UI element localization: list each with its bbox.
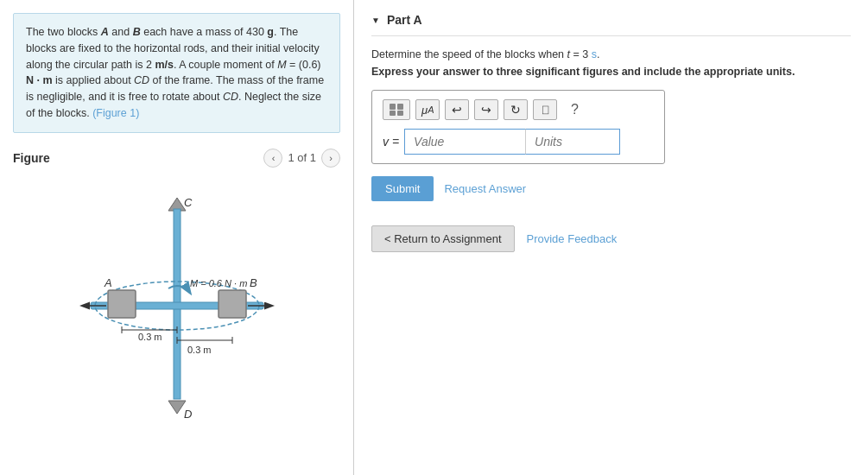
svg-rect-22 (390, 104, 396, 110)
svg-text:M = 0.6 N · m: M = 0.6 N · m (190, 278, 247, 288)
figure-title: Figure (13, 151, 50, 165)
keyboard-button[interactable]: ⎕ (533, 99, 557, 120)
problem-statement: The two blocks A and B each have a mass … (13, 13, 340, 133)
part-header: ▼ Part A (371, 13, 851, 36)
svg-text:B: B (250, 276, 257, 289)
svg-rect-25 (397, 111, 403, 116)
next-figure-button[interactable]: › (321, 149, 340, 168)
svg-text:A: A (104, 276, 112, 289)
part-label: Part A (387, 13, 422, 27)
mu-button[interactable]: μA (415, 99, 440, 120)
answer-box: μA ↩ ↪ ↻ ⎕ ? v = (371, 90, 665, 164)
figure-header: Figure ‹ 1 of 1 › (13, 149, 340, 168)
undo-button[interactable]: ↩ (445, 99, 469, 120)
left-panel: The two blocks A and B each have a mass … (0, 0, 354, 475)
question-text: Determine the speed of the blocks when t… (371, 48, 851, 60)
eq-label: v = (383, 135, 399, 149)
svg-rect-23 (397, 104, 403, 110)
units-input[interactable] (525, 129, 620, 155)
problem-text-content: The two blocks A and B each have a mass … (26, 26, 324, 119)
matrix-button[interactable] (383, 99, 410, 120)
input-row: v = (383, 129, 654, 155)
provide-feedback-link[interactable]: Provide Feedback (527, 232, 618, 245)
svg-text:C: C (184, 196, 193, 209)
svg-rect-9 (219, 290, 246, 318)
collapse-icon[interactable]: ▼ (371, 16, 380, 25)
right-panel: ▼ Part A Determine the speed of the bloc… (354, 0, 868, 475)
figure-link[interactable]: (Figure 1) (92, 107, 139, 119)
return-to-assignment-button[interactable]: < Return to Assignment (371, 225, 515, 252)
svg-text:0.3 m: 0.3 m (138, 332, 162, 342)
help-button[interactable]: ? (562, 99, 586, 120)
figure-area: C D A B 0.3 m 0. (13, 176, 340, 435)
t-variable: t (567, 48, 570, 60)
express-text: Express your answer to three significant… (371, 66, 851, 78)
toolbar: μA ↩ ↪ ↻ ⎕ ? (383, 99, 654, 120)
svg-text:D: D (184, 408, 192, 421)
bottom-buttons: < Return to Assignment Provide Feedback (371, 225, 851, 252)
figure-page-indicator: 1 of 1 (288, 151, 316, 164)
request-answer-link[interactable]: Request Answer (444, 182, 526, 195)
value-input[interactable] (404, 129, 525, 155)
svg-rect-24 (390, 111, 396, 116)
t-value: s (592, 48, 597, 60)
svg-marker-2 (168, 401, 186, 414)
svg-text:0.3 m: 0.3 m (187, 345, 212, 355)
figure-diagram: C D A B 0.3 m 0. (56, 185, 298, 427)
figure-navigation: ‹ 1 of 1 › (263, 149, 340, 168)
prev-figure-button[interactable]: ‹ (263, 149, 282, 168)
redo-button[interactable]: ↪ (474, 99, 498, 120)
submit-button[interactable]: Submit (371, 176, 434, 201)
submit-row: Submit Request Answer (371, 176, 851, 201)
svg-rect-7 (108, 290, 136, 318)
refresh-button[interactable]: ↻ (504, 99, 528, 120)
